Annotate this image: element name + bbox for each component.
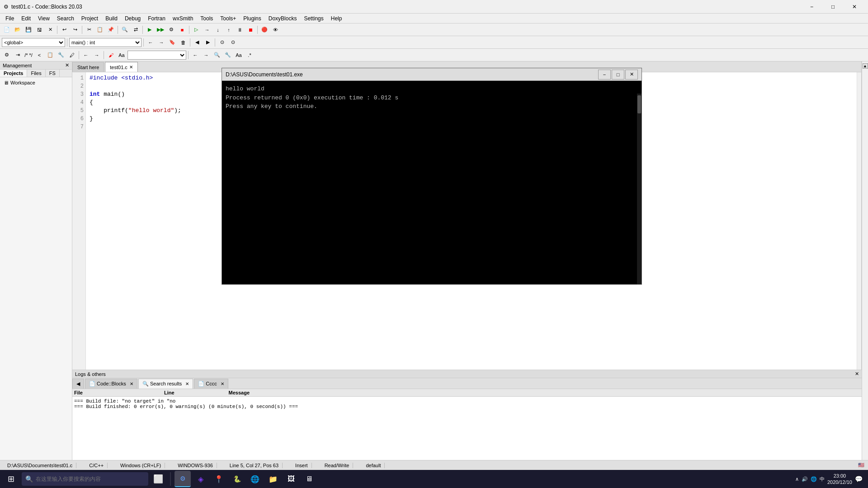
code-select[interactable] bbox=[127, 51, 186, 60]
tab-projects[interactable]: Projects bbox=[0, 70, 27, 77]
code-btn6[interactable]: 🔧 bbox=[56, 50, 66, 60]
menu-debug[interactable]: Debug bbox=[121, 14, 144, 23]
close-button[interactable]: ✕ bbox=[844, 0, 864, 14]
run-btn[interactable]: ▶▶ bbox=[156, 25, 165, 35]
copy-btn[interactable]: 📋 bbox=[95, 25, 105, 35]
menu-fortran[interactable]: Fortran bbox=[144, 14, 169, 23]
minimize-button[interactable]: − bbox=[802, 0, 822, 14]
navigate-btn2[interactable]: ⊙ bbox=[228, 38, 238, 47]
open-btn[interactable]: 📂 bbox=[13, 25, 23, 35]
highlight-btn[interactable]: 🖌 bbox=[106, 50, 116, 60]
volume-icon[interactable]: 🔊 bbox=[802, 476, 808, 482]
build-btn[interactable]: ▶ bbox=[145, 25, 155, 35]
menu-doxyblocks[interactable]: DoxyBlocks bbox=[265, 14, 301, 23]
code-extra5[interactable]: Aa bbox=[234, 50, 244, 60]
tab-fs[interactable]: FS bbox=[46, 70, 60, 77]
tab-search-results[interactable]: 🔍 Search results ✕ bbox=[138, 379, 193, 389]
debug-pause[interactable]: ⏸ bbox=[235, 25, 245, 35]
clear-highlight-btn[interactable]: Aa bbox=[117, 50, 127, 60]
menu-view[interactable]: View bbox=[34, 14, 53, 23]
tab-cccc[interactable]: 📄 Cccc ✕ bbox=[194, 379, 228, 389]
save-btn[interactable]: 💾 bbox=[24, 25, 33, 35]
code-btn1[interactable]: ⚙ bbox=[2, 50, 12, 60]
debug-stop[interactable]: ⏹ bbox=[245, 25, 255, 35]
global-scope-select[interactable]: <global> bbox=[2, 38, 65, 47]
search-input[interactable] bbox=[36, 476, 145, 482]
close-icon[interactable]: ✕ bbox=[221, 381, 224, 386]
network-icon[interactable]: 🌐 bbox=[811, 476, 817, 482]
lang-indicator[interactable]: 中 bbox=[820, 476, 825, 483]
terminal-scrollbar[interactable] bbox=[637, 94, 642, 284]
code-btn5[interactable]: 📋 bbox=[45, 50, 55, 60]
terminal-maximize[interactable]: □ bbox=[612, 70, 624, 80]
code-btn7[interactable]: 🖊 bbox=[67, 50, 77, 60]
menu-settings[interactable]: Settings bbox=[300, 14, 327, 23]
bookmark-prev[interactable]: ← bbox=[146, 38, 156, 47]
close-tab-icon[interactable]: ✕ bbox=[129, 65, 133, 70]
editor-scrollbar[interactable] bbox=[857, 72, 861, 370]
code-btn2[interactable]: ⇥ bbox=[13, 50, 23, 60]
menu-file[interactable]: File bbox=[2, 14, 18, 23]
paste-btn[interactable]: 📌 bbox=[106, 25, 116, 35]
photos-btn[interactable]: 🖼 bbox=[283, 471, 299, 487]
menu-wxsmith[interactable]: wxSmith bbox=[169, 14, 197, 23]
close-btn[interactable]: ✕ bbox=[45, 25, 55, 35]
close-icon[interactable]: ✕ bbox=[130, 381, 133, 386]
redo-btn[interactable]: ↪ bbox=[70, 25, 80, 35]
scroll-up-btn[interactable]: ▲ bbox=[863, 63, 868, 69]
menu-search[interactable]: Search bbox=[53, 14, 78, 23]
code-btn4[interactable]: < bbox=[34, 50, 44, 60]
pycharm-btn[interactable]: 🐍 bbox=[229, 471, 245, 487]
maps-btn[interactable]: 📍 bbox=[211, 471, 227, 487]
tab-codeblocks[interactable]: 📄 Code::Blocks ✕ bbox=[85, 379, 137, 389]
workspace-item[interactable]: 🖥 Workspace bbox=[2, 79, 70, 86]
debug-next[interactable]: → bbox=[202, 25, 212, 35]
menu-tools[interactable]: Tools bbox=[197, 14, 217, 23]
code-extra3[interactable]: 🔍 bbox=[212, 50, 222, 60]
function-scope-select[interactable]: main() : int bbox=[69, 38, 142, 47]
tray-expand[interactable]: ∧ bbox=[795, 476, 799, 482]
menu-edit[interactable]: Edit bbox=[18, 14, 34, 23]
bookmark-next[interactable]: → bbox=[156, 38, 166, 47]
menu-tools-plus[interactable]: Tools+ bbox=[217, 14, 240, 23]
watches[interactable]: 👁 bbox=[270, 25, 280, 35]
code-extra1[interactable]: ← bbox=[190, 50, 200, 60]
new-btn[interactable]: 📄 bbox=[2, 25, 12, 35]
visual-studio-btn[interactable]: ◈ bbox=[193, 471, 209, 487]
bookmark-toggle[interactable]: 🔖 bbox=[167, 38, 177, 47]
debug-step[interactable]: ↓ bbox=[213, 25, 223, 35]
virtwin-btn[interactable]: 🖥 bbox=[301, 471, 317, 487]
terminal-minimize[interactable]: − bbox=[598, 70, 611, 80]
menu-project[interactable]: Project bbox=[78, 14, 102, 23]
terminal-close[interactable]: ✕ bbox=[625, 70, 638, 80]
stop-btn[interactable]: ■ bbox=[177, 25, 187, 35]
tab-prev[interactable]: ◀ bbox=[72, 379, 84, 389]
undo-btn[interactable]: ↩ bbox=[59, 25, 69, 35]
code-btn9[interactable]: → bbox=[92, 50, 102, 60]
task-view-btn[interactable]: ⬜ bbox=[150, 471, 166, 487]
tab-test01c[interactable]: test01.c ✕ bbox=[105, 62, 138, 72]
menu-build[interactable]: Build bbox=[102, 14, 121, 23]
explorer-btn[interactable]: 📁 bbox=[265, 471, 281, 487]
maximize-button[interactable]: □ bbox=[823, 0, 843, 14]
cut-btn[interactable]: ✂ bbox=[84, 25, 94, 35]
menu-help[interactable]: Help bbox=[327, 14, 346, 23]
notification-btn[interactable]: 💬 bbox=[855, 475, 863, 483]
terminal-content[interactable]: hello world Process returned 0 (0x0) exe… bbox=[222, 81, 637, 284]
code-extra2[interactable]: → bbox=[201, 50, 211, 60]
code-extra6[interactable]: .* bbox=[245, 50, 255, 60]
find-btn[interactable]: 🔍 bbox=[120, 25, 130, 35]
bookmark-clear[interactable]: 🗑 bbox=[178, 38, 188, 47]
code-btn8[interactable]: ← bbox=[81, 50, 91, 60]
toggle-breakpoint[interactable]: 🔴 bbox=[259, 25, 269, 35]
codeblocks-taskbar-btn[interactable]: ⚙ bbox=[175, 471, 191, 487]
clock[interactable]: 23:00 2020/12/10 bbox=[827, 473, 852, 486]
navigate-btn1[interactable]: ⊙ bbox=[217, 38, 227, 47]
menu-plugins[interactable]: Plugins bbox=[240, 14, 264, 23]
code-extra4[interactable]: 🔧 bbox=[223, 50, 233, 60]
tab-files[interactable]: Files bbox=[27, 70, 45, 77]
replace-btn[interactable]: ⇄ bbox=[131, 25, 141, 35]
start-button[interactable]: ⊞ bbox=[2, 470, 20, 488]
jump-fwd[interactable]: ▶ bbox=[203, 38, 213, 47]
jump-back[interactable]: ◀ bbox=[192, 38, 202, 47]
